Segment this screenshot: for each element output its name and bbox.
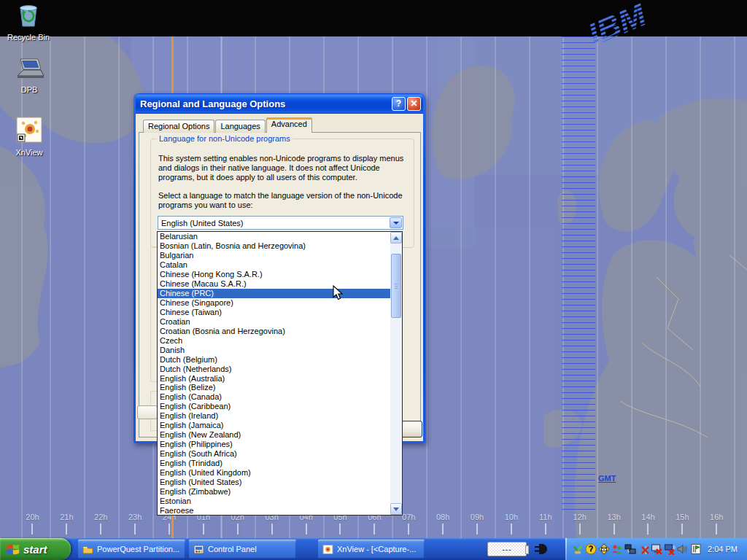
combo-arrow-button[interactable] xyxy=(390,217,402,228)
language-option[interactable]: English (Trinidad) xyxy=(158,459,390,468)
display-error-icon[interactable] xyxy=(651,543,662,555)
timezone-label: 02h xyxy=(220,513,255,537)
laptop-icon xyxy=(14,58,44,80)
xnview-task-icon xyxy=(322,545,333,554)
tab[interactable]: Advanced xyxy=(266,117,312,133)
help-button[interactable]: ? xyxy=(392,97,406,111)
language-option[interactable]: English (Zimbabwe) xyxy=(158,486,390,496)
group-box-edge-fragment xyxy=(150,246,151,382)
timezone-tick xyxy=(339,524,341,534)
scrollbar[interactable] xyxy=(390,232,402,515)
timezone-label: 24h xyxy=(152,513,187,537)
power-plug-icon[interactable] xyxy=(533,541,549,557)
language-option[interactable]: Faeroese xyxy=(158,505,390,515)
desktop-icon-xnview[interactable]: XnView xyxy=(1,117,57,157)
plant-icon[interactable] xyxy=(572,543,584,555)
task-flag-icon[interactable] xyxy=(690,543,702,555)
language-option[interactable]: Chinese (Macau S.A.R.) xyxy=(158,279,390,289)
language-option[interactable]: Belarusian xyxy=(158,232,390,241)
scroll-down-button[interactable] xyxy=(390,503,402,515)
language-option[interactable]: Chinese (Hong Kong S.A.R.) xyxy=(158,270,390,279)
taskbar-task-powerquest[interactable]: PowerQuest Partition... xyxy=(78,540,185,559)
yellow-hook-icon[interactable] xyxy=(585,543,597,555)
timezone-label: 21h xyxy=(50,513,84,537)
timezone-tick xyxy=(716,524,717,534)
tab[interactable]: Regional Options xyxy=(143,120,214,133)
timezone-tick xyxy=(545,524,546,534)
network-computers-icon[interactable] xyxy=(624,543,636,555)
language-option[interactable]: Dutch (Belgium) xyxy=(158,354,390,364)
language-option[interactable]: Croatian (Bosnia and Herzegovina) xyxy=(158,326,390,335)
timezone-label: 12h xyxy=(562,513,597,537)
timezone-tick xyxy=(408,524,409,534)
gmt-stripe-band xyxy=(562,36,595,514)
timezone-tick xyxy=(306,524,307,534)
timezone-tick xyxy=(100,524,101,534)
timezone-tick xyxy=(271,524,273,534)
scroll-up-button[interactable] xyxy=(390,232,402,244)
language-option[interactable]: Danish xyxy=(158,345,390,354)
language-option[interactable]: English (Philippines) xyxy=(158,440,390,449)
combo-selected-value: English (United States) xyxy=(158,219,389,228)
taskbar-task-control-panel[interactable]: Control Panel xyxy=(189,540,296,559)
language-option[interactable]: English (Caribbean) xyxy=(158,402,390,411)
task-label: XnView - [<Capture-... xyxy=(337,545,416,553)
language-option[interactable]: Czech xyxy=(158,335,390,345)
language-option[interactable]: Chinese (Taiwan) xyxy=(158,308,390,317)
control-panel-icon xyxy=(193,545,204,554)
timezone-label: 08h xyxy=(426,513,460,537)
language-option[interactable]: English (South Africa) xyxy=(158,449,390,459)
language-option[interactable]: Chinese (PRC) xyxy=(158,289,390,298)
language-option[interactable]: Bulgarian xyxy=(158,251,390,260)
taskbar-task-xnview[interactable]: XnView - [<Capture-... xyxy=(318,540,425,559)
arrow-up-icon xyxy=(393,236,399,240)
language-option[interactable]: Catalan xyxy=(158,260,390,270)
task-label: Control Panel xyxy=(208,545,257,553)
language-option[interactable]: English (Ireland) xyxy=(158,411,390,421)
language-option[interactable]: English (Australia) xyxy=(158,373,390,383)
tab[interactable]: Languages xyxy=(215,120,265,133)
start-label: start xyxy=(23,543,47,556)
language-option[interactable]: English (Jamaica) xyxy=(158,421,390,430)
language-option[interactable]: English (United Kingdom) xyxy=(158,467,390,477)
taskbar: start PowerQuest Partition... Control Pa… xyxy=(0,538,747,560)
timezone-label: 20h xyxy=(15,513,50,537)
language-option[interactable]: Estonian xyxy=(158,496,390,505)
close-button[interactable]: ✕ xyxy=(407,97,421,111)
dialog-title: Regional and Language Options xyxy=(140,98,390,109)
start-button[interactable]: start xyxy=(0,538,71,560)
shortcut-arrow-icon xyxy=(18,134,25,141)
language-option[interactable]: Bosnian (Latin, Bosnia and Herzegovina) xyxy=(158,241,390,251)
language-option[interactable]: English (United States) xyxy=(158,477,390,486)
language-option[interactable]: Dutch (Netherlands) xyxy=(158,364,390,373)
timezone-label: 10h xyxy=(494,513,528,537)
tray-icons xyxy=(572,543,702,555)
desktop-icon-dpb[interactable]: DPB xyxy=(1,58,57,94)
signal-blocked-icon[interactable] xyxy=(638,543,649,555)
timezone-label: 01h xyxy=(186,513,220,537)
language-option[interactable]: Croatian xyxy=(158,316,390,326)
taskbar-clock[interactable]: 2:04 PM xyxy=(708,545,747,553)
group-title: Language for non-Unicode programs xyxy=(157,134,293,143)
folder-icon xyxy=(82,545,93,554)
diamond-mail-icon[interactable] xyxy=(598,543,610,555)
timezone-label: 03h xyxy=(255,513,289,537)
non-unicode-language-select[interactable]: English (United States) xyxy=(158,216,403,230)
dialog-titlebar[interactable]: Regional and Language Options ? ✕ xyxy=(136,93,423,114)
network-disconnected-icon[interactable] xyxy=(664,543,676,555)
scrollbar-thumb[interactable] xyxy=(391,254,401,318)
language-option[interactable]: English (Canada) xyxy=(158,392,390,402)
language-option[interactable]: English (Belize) xyxy=(158,383,390,392)
timezone-tick xyxy=(374,524,375,534)
language-option[interactable]: Chinese (Singapore) xyxy=(158,298,390,308)
gmt-label: GMT xyxy=(598,474,616,483)
users-icon[interactable] xyxy=(611,543,623,555)
timezone-tick xyxy=(647,524,649,534)
mouse-cursor xyxy=(333,285,344,301)
battery-meter[interactable]: --- xyxy=(487,542,527,556)
volume-icon[interactable] xyxy=(677,543,689,555)
desktop-icon-label: Recycle Bin xyxy=(1,33,56,42)
language-option[interactable]: English (New Zealand) xyxy=(158,430,390,440)
desktop-icon-recycle-bin[interactable]: Recycle Bin xyxy=(1,3,56,42)
button-fragment-left[interactable] xyxy=(137,405,158,419)
